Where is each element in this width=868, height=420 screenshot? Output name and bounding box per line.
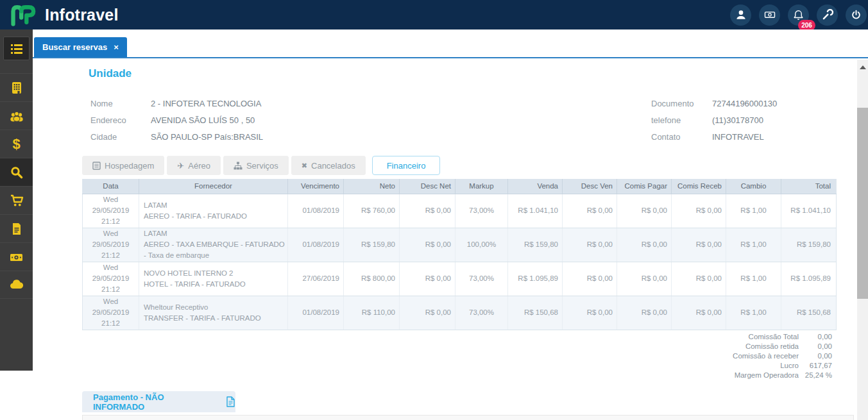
field-documento: Documento 72744196000130 <box>651 95 777 112</box>
cell-fornecedor: LATAMAEREO - TARIFA - FATURADO <box>139 194 288 228</box>
cell-total: R$ 1.041,10 <box>781 194 837 228</box>
settings-button[interactable] <box>817 4 838 26</box>
finance-table-row[interactable]: Wed29/05/201921:12LATAMAEREO - TAXA EMBA… <box>83 228 837 262</box>
col-cambio[interactable]: Cambio <box>726 179 781 194</box>
cell-desc-net: R$ 0,00 <box>400 228 455 262</box>
tab-financeiro[interactable]: Financeiro <box>372 156 441 175</box>
total-comissao-retida: Comissão retida 0,00 <box>82 341 832 351</box>
cell-comis-receb: R$ 0,00 <box>672 296 726 330</box>
total-value: 0,00 <box>803 333 832 340</box>
search-icon <box>10 165 24 180</box>
brand-name: Infotravel <box>45 6 119 24</box>
cell-comis-pagar: R$ 0,00 <box>617 262 672 296</box>
logout-button[interactable] <box>846 4 867 26</box>
col-data[interactable]: Data <box>83 179 139 194</box>
cell-cambio: R$ 1,00 <box>726 194 781 228</box>
cell-venda: R$ 1.095,89 <box>508 262 563 296</box>
power-icon <box>850 9 862 21</box>
tab-close-icon[interactable]: × <box>114 43 119 51</box>
cell-desc-ven: R$ 0,00 <box>563 228 617 262</box>
cell-markup: 100,00% <box>455 228 508 262</box>
sidebar-item-search[interactable] <box>0 158 33 186</box>
col-comis-receb[interactable]: Comis Receb <box>672 179 726 194</box>
cell-data: Wed29/05/201921:12 <box>83 194 139 228</box>
scrollbar-thumb[interactable] <box>857 108 868 299</box>
plane-icon: ✈ <box>177 162 184 170</box>
total-label: Comissão Total <box>749 333 799 340</box>
cell-total: R$ 150,68 <box>781 296 837 330</box>
cell-neto: R$ 110,00 <box>344 296 400 330</box>
notification-badge: 206 <box>798 20 815 31</box>
cell-vencimento: 01/08/2019 <box>288 194 344 228</box>
scroll-up-arrow[interactable] <box>860 65 866 69</box>
sidebar-item-payments[interactable] <box>0 242 33 271</box>
col-vencimento[interactable]: Vencimento <box>288 179 344 194</box>
top-header: Infotravel 206 <box>0 0 868 29</box>
sidebar: $ <box>0 29 33 371</box>
main-content: Unidade Nome 2 - INFOTERA TECNOLOGIA End… <box>33 60 857 420</box>
field-endereco: Endereco AVENIDA SÃO LUÍS 50 , 50 <box>90 112 263 128</box>
tab-label: Cancelados <box>311 161 355 171</box>
banknote-icon <box>9 250 24 264</box>
sidebar-item-finance[interactable]: $ <box>0 130 33 158</box>
tab-label: Buscar reservas <box>42 42 107 52</box>
col-markup[interactable]: Markup <box>455 179 508 194</box>
cell-desc-ven: R$ 0,00 <box>563 296 617 330</box>
hotel-icon <box>92 162 101 170</box>
pagamento-header[interactable]: Pagamento - NÃO INFORMADO <box>82 391 235 412</box>
tab-servicos[interactable]: Serviços <box>223 156 289 175</box>
total-comissao-total: Comissão Total 0,00 <box>82 332 832 341</box>
col-venda[interactable]: Venda <box>508 179 563 194</box>
cell-comis-receb: R$ 0,00 <box>672 262 726 296</box>
banknote-icon <box>763 8 776 21</box>
cell-neto: R$ 760,00 <box>344 194 400 228</box>
col-desc-ven[interactable]: Desc Ven <box>563 179 617 194</box>
notifications-button[interactable]: 206 <box>788 4 809 26</box>
cell-desc-net: R$ 0,00 <box>400 296 455 330</box>
field-label: telefone <box>651 115 712 125</box>
sidebar-item-cart[interactable] <box>0 186 33 214</box>
sidebar-menu-toggle[interactable] <box>3 37 30 60</box>
tab-buscar-reservas[interactable]: Buscar reservas × <box>34 37 127 57</box>
tab-bar: Buscar reservas × <box>33 29 868 58</box>
vertical-scrollbar[interactable] <box>857 60 868 420</box>
field-contato: Contato INFOTRAVEL <box>651 128 777 145</box>
field-label: Contato <box>651 132 712 142</box>
finance-table-row[interactable]: Wed29/05/201921:12NOVO HOTEL INTERNO 2HO… <box>83 262 837 296</box>
sidebar-item-clients[interactable] <box>0 101 33 130</box>
cell-fornecedor: Wheltour ReceptivoTRANSFER - TARIFA - FA… <box>139 296 288 330</box>
user-menu-button[interactable] <box>730 4 751 26</box>
cell-cambio: R$ 1,00 <box>726 262 781 296</box>
header-actions: 206 <box>730 4 868 26</box>
col-desc-net[interactable]: Desc Net <box>400 179 455 194</box>
sidebar-item-cloud[interactable] <box>0 271 33 299</box>
document-icon <box>226 396 235 407</box>
sidebar-item-documents[interactable] <box>0 214 33 242</box>
sidebar-item-company[interactable] <box>0 73 33 101</box>
field-label: Endereco <box>90 115 151 125</box>
finance-table-body: Wed29/05/201921:12LATAMAEREO - TARIFA - … <box>83 194 837 330</box>
cloud-icon <box>9 278 24 292</box>
col-neto[interactable]: Neto <box>344 179 400 194</box>
total-value: 25,24 % <box>803 371 832 379</box>
col-comis-pagar[interactable]: Comis Pagar <box>617 179 672 194</box>
billing-button[interactable] <box>759 4 780 26</box>
unidade-info-left: Nome 2 - INFOTERA TECNOLOGIA Endereco AV… <box>90 95 263 145</box>
col-total[interactable]: Total <box>781 179 837 194</box>
total-lucro: Lucro 617,67 <box>82 360 832 370</box>
finance-table-row[interactable]: Wed29/05/201921:12LATAMAEREO - TARIFA - … <box>83 194 837 228</box>
cell-comis-pagar: R$ 0,00 <box>617 228 672 262</box>
field-telefone: telefone (11)30178700 <box>651 112 777 128</box>
cart-icon <box>10 194 24 208</box>
document-icon <box>10 222 24 236</box>
cell-data: Wed29/05/201921:12 <box>83 228 139 262</box>
finance-table-row[interactable]: Wed29/05/201921:12Wheltour ReceptivoTRAN… <box>83 296 837 330</box>
cell-fornecedor: LATAMAEREO - TAXA EMBARQUE - FATURADO - … <box>139 228 288 262</box>
brand[interactable]: Infotravel <box>0 3 119 27</box>
tab-aereo[interactable]: ✈ Aéreo <box>167 156 221 175</box>
tab-hospedagem[interactable]: Hospedagem <box>82 156 164 175</box>
col-fornecedor[interactable]: Fornecedor <box>139 179 288 194</box>
field-value: (11)30178700 <box>712 115 763 125</box>
tab-cancelados[interactable]: ✖ Cancelados <box>291 156 366 175</box>
page-title: Unidade <box>89 67 132 80</box>
